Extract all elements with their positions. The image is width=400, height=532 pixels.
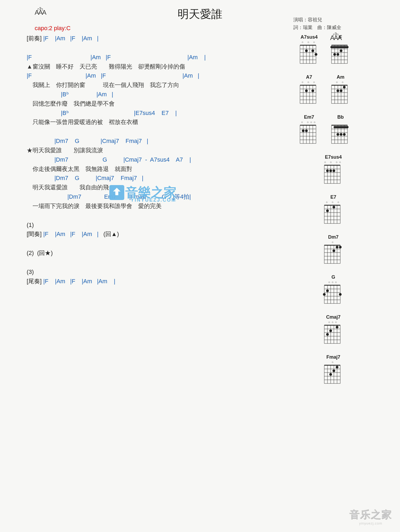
chord-diagram-column: A7sus4 ○ ○ ○FA7 ○ ○ ○Am ○ ○Em7○ ○○○BbE7s… <box>293 34 389 394</box>
chord-diagram-row: Dm7 ○ <box>299 234 389 266</box>
fretboard-icon <box>330 84 351 106</box>
fretboard-icon <box>330 44 351 66</box>
fretboard-icon <box>323 164 344 186</box>
main-content: [前奏] |F |Am |F |Am ||F |Am |F |Am |▲窗沒關 … <box>11 34 389 394</box>
section-line: [間奏] |F |Am |F |Am | (回▲) <box>27 230 293 238</box>
svg-point-87 <box>343 133 346 136</box>
chord-diagram-fmaj7: Fmaj7 ○ <box>323 354 344 386</box>
fretboard-icon <box>299 124 319 146</box>
svg-point-103 <box>329 169 332 172</box>
svg-point-147 <box>323 293 326 296</box>
svg-point-89 <box>337 133 339 136</box>
svg-rect-31 <box>300 85 316 86</box>
capo-icon-right: ┌3┐ AAA <box>330 35 341 41</box>
spacer <box>27 239 293 249</box>
svg-point-163 <box>336 326 338 329</box>
svg-point-58 <box>340 89 342 92</box>
fretboard-icon <box>299 84 319 106</box>
chord-diagram-row: A7 ○ ○ ○Am ○ ○ <box>299 74 389 106</box>
svg-point-43 <box>311 89 314 92</box>
section-line: (2) (回★) <box>27 249 293 257</box>
chord-diagram-row: G ○○○ <box>299 274 389 306</box>
fretboard-icon <box>323 204 344 226</box>
svg-point-161 <box>329 329 332 332</box>
lyric-line: 只能像一張曾用愛暖過的被 褶放在衣櫃 <box>27 118 293 126</box>
spacer <box>27 258 293 268</box>
svg-point-133 <box>333 249 335 252</box>
chord-line: |F |Am |F |Am | <box>27 72 293 80</box>
svg-point-131 <box>339 246 342 249</box>
fretboard-icon <box>323 244 344 266</box>
section-line: [尾奏] |F |Am |F |Am |Am | <box>27 277 293 286</box>
svg-point-148 <box>339 293 342 296</box>
svg-rect-45 <box>331 85 347 86</box>
section-line: (3) <box>27 268 293 276</box>
section-line: (1) <box>27 221 293 229</box>
svg-point-12 <box>311 49 314 52</box>
svg-point-102 <box>326 169 329 172</box>
svg-rect-60 <box>300 125 316 126</box>
lyric-line: ▲窗沒關 睡不好 天已亮 難得陽光 卻燙醒剛冷掉的傷 <box>27 63 293 71</box>
chord-line: |Bᵇ |E7sus4 E7 | <box>27 109 293 117</box>
chord-diagram-em7: Em7○ ○○○ <box>299 114 319 146</box>
fretboard-icon <box>323 324 344 346</box>
lyric-line: 你走後偶爾夜太黑 我無路退 就面對 <box>27 165 293 173</box>
singer-label: 演唱：容祖兒 <box>293 16 341 24</box>
svg-point-118 <box>326 209 329 212</box>
spacer <box>27 211 293 221</box>
svg-rect-134 <box>324 285 340 286</box>
fretboard-icon <box>299 44 319 66</box>
svg-point-117 <box>333 206 335 209</box>
chord-line: |F |Am |F |Am | <box>27 53 293 62</box>
svg-rect-74 <box>331 125 347 126</box>
capo-icon-left: ┌3┐ AAA <box>35 9 46 16</box>
svg-rect-105 <box>324 205 340 206</box>
spacer <box>27 127 293 137</box>
svg-point-73 <box>305 129 308 132</box>
chord-diagram-e7sus4: E7sus4○ ○ ○○ <box>323 154 344 186</box>
svg-rect-149 <box>324 325 340 326</box>
chord-line: |Dm7 G |Cmaj7 - A7sus4 A7 | <box>27 156 293 164</box>
chord-diagram-row: Fmaj7 ○ <box>299 354 389 386</box>
fretboard-icon <box>323 364 344 386</box>
lyric-line: 一場雨下完我的淚 最後要我和誰學會 愛的完美 <box>27 202 293 210</box>
lyric-line: 我關上 你打開的窗 現在一個人飛翔 我忘了方向 <box>27 81 293 89</box>
svg-point-88 <box>340 133 342 136</box>
svg-point-59 <box>337 89 339 92</box>
chord-diagram-e7: E7○ ○ ○ <box>323 194 344 226</box>
svg-point-28 <box>340 49 342 52</box>
chord-diagram-a7: A7 ○ ○ ○ <box>299 74 319 106</box>
chord-diagram-row: Cmaj7 ○○○ <box>299 314 389 346</box>
svg-point-146 <box>326 289 329 292</box>
section-line: [前奏] |F |Am |F |Am | <box>27 34 293 43</box>
svg-rect-27 <box>330 46 349 48</box>
lyrics-column: [前奏] |F |Am |F |Am ||F |Am |F |Am |▲窗沒關 … <box>11 34 293 394</box>
svg-point-72 <box>302 129 305 132</box>
song-meta: 演唱：容祖兒 詞：瑞業 曲：陳威全 <box>293 16 341 31</box>
chord-diagram-row: Em7○ ○○○Bb <box>299 114 389 146</box>
svg-rect-15 <box>331 45 347 46</box>
svg-point-30 <box>333 53 336 56</box>
footer-watermark: 音乐之家 yinyuezj.com <box>349 508 392 525</box>
chord-diagram-a7sus4: A7sus4 ○ ○ ○ <box>299 34 319 66</box>
svg-point-104 <box>333 169 335 172</box>
watermark-url: YINYUEZJ.COM <box>131 197 176 203</box>
svg-point-178 <box>329 373 332 376</box>
chord-line: |Bᵇ |Am | <box>27 90 293 99</box>
chord-line: |Dm7 G |Cmaj7 Fmaj7 | <box>27 137 293 145</box>
svg-rect-0 <box>300 45 316 46</box>
svg-rect-119 <box>324 245 340 246</box>
chord-diagram-cmaj7: Cmaj7 ○○○ <box>323 314 344 346</box>
credits-label: 詞：瑞業 曲：陳威全 <box>293 24 341 31</box>
svg-point-29 <box>337 53 339 56</box>
svg-rect-86 <box>334 126 349 128</box>
chord-diagram-dm7: Dm7 ○ <box>323 234 344 266</box>
chord-diagram-row: E7sus4○ ○ ○○ <box>299 154 389 186</box>
svg-point-162 <box>326 333 329 336</box>
svg-rect-164 <box>324 365 340 366</box>
lyric-line: 回憶怎麼作廢 我們總是學不會 <box>27 100 293 108</box>
fretboard-icon <box>323 284 344 306</box>
chord-diagram-bb: Bb <box>330 114 351 146</box>
lyric-line: ★明天我愛誰 別讓我流淚 <box>27 146 293 155</box>
svg-rect-90 <box>324 165 340 166</box>
